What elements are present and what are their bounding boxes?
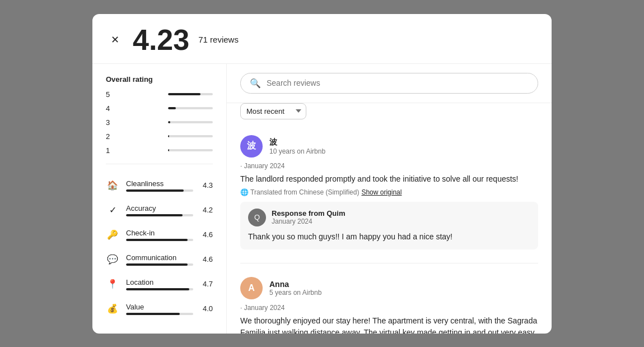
response-block: Q Response from Quim January 2024 Thank … bbox=[240, 202, 538, 249]
review-text: We thoroughly enjoyed our stay here! The… bbox=[240, 315, 538, 334]
reviewer-name: Anna bbox=[269, 280, 321, 289]
rating-bar-fill bbox=[168, 121, 170, 123]
response-avatar: Q bbox=[248, 209, 266, 226]
search-wrap: 🔍 bbox=[227, 64, 552, 103]
category-score: 4.0 bbox=[203, 304, 213, 313]
reviews-modal: ✕ 4.23 71 reviews Overall rating 5 4 3 2 bbox=[92, 14, 552, 334]
category-row: 📍 Location 4.7 bbox=[106, 272, 213, 297]
translation-icon: 🌐 Translated from Chinese (Simplified) bbox=[240, 188, 359, 196]
search-input[interactable] bbox=[267, 78, 529, 87]
rating-bar-fill bbox=[168, 93, 200, 95]
modal-header: ✕ 4.23 71 reviews bbox=[92, 14, 552, 64]
rating-bar-wrap bbox=[168, 93, 213, 95]
category-name: Communication bbox=[126, 253, 196, 262]
category-score: 4.3 bbox=[203, 181, 213, 189]
category-bar-fill bbox=[126, 189, 184, 192]
rating-bar-label: 1 bbox=[106, 146, 164, 155]
category-name: Value bbox=[126, 303, 196, 311]
modal-overlay: ✕ 4.23 71 reviews Overall rating 5 4 3 2 bbox=[0, 0, 644, 347]
rating-bar-fill bbox=[168, 149, 169, 151]
close-button[interactable]: ✕ bbox=[106, 31, 124, 49]
sort-wrap: Most recentMost helpfulHighest ratedLowe… bbox=[227, 103, 552, 126]
reviewer-meta: 5 years on Airbnb bbox=[269, 289, 321, 297]
category-bar-fill bbox=[126, 263, 188, 266]
category-icon: 🏠 bbox=[106, 179, 119, 192]
rating-bar-wrap bbox=[168, 149, 213, 151]
show-original-link[interactable]: Show original bbox=[361, 188, 402, 196]
overall-rating: 4.23 bbox=[133, 25, 189, 54]
modal-body: Overall rating 5 4 3 2 1 🏠 bbox=[92, 64, 552, 334]
category-name: Location bbox=[126, 278, 196, 286]
category-info: Communication bbox=[126, 253, 196, 266]
category-score: 4.6 bbox=[203, 230, 213, 239]
category-score: 4.2 bbox=[203, 206, 213, 214]
rating-bar-label: 4 bbox=[106, 104, 164, 113]
rating-bars: 5 4 3 2 1 bbox=[106, 90, 213, 155]
category-row: 🔑 Check-in 4.6 bbox=[106, 223, 213, 247]
category-bar-wrap bbox=[126, 214, 193, 216]
avatar: 波 bbox=[240, 135, 263, 158]
rating-bar-row: 3 bbox=[106, 118, 213, 127]
category-name: Accuracy bbox=[126, 204, 196, 212]
response-text: Thank you so much guys!! I am happy you … bbox=[248, 231, 530, 243]
category-icon: 🔑 bbox=[106, 228, 119, 242]
reviewer-header: 波 波 10 years on Airbnb bbox=[240, 135, 538, 158]
category-icon: 💬 bbox=[106, 253, 119, 266]
category-row: 💬 Communication 4.6 bbox=[106, 247, 213, 272]
divider bbox=[106, 164, 213, 164]
reviewer-info: 波 10 years on Airbnb bbox=[269, 137, 325, 155]
rating-bar-fill bbox=[168, 135, 169, 137]
sort-select[interactable]: Most recentMost helpfulHighest ratedLowe… bbox=[240, 103, 306, 119]
review-item: 波 波 10 years on Airbnb · January 2024 Th… bbox=[240, 135, 538, 263]
rating-bar-row: 4 bbox=[106, 104, 213, 113]
category-bar-fill bbox=[126, 214, 183, 216]
right-panel: 🔍 Most recentMost helpfulHighest ratedLo… bbox=[227, 64, 552, 334]
rating-bar-label: 2 bbox=[106, 132, 164, 141]
category-icon: 💰 bbox=[106, 302, 119, 316]
search-icon: 🔍 bbox=[250, 78, 261, 89]
categories: 🏠 Cleanliness 4.3 ✓ Accuracy 4.2 🔑 Check… bbox=[106, 173, 213, 321]
review-date: · January 2024 bbox=[240, 162, 538, 170]
category-icon: ✓ bbox=[106, 203, 119, 217]
rating-bar-wrap bbox=[168, 121, 213, 123]
review-date: · January 2024 bbox=[240, 304, 538, 312]
category-info: Value bbox=[126, 303, 196, 315]
category-bar-wrap bbox=[126, 189, 193, 192]
review-item: A Anna 5 years on Airbnb · January 2024 … bbox=[240, 277, 538, 334]
rating-bar-row: 5 bbox=[106, 90, 213, 99]
rating-bar-row: 2 bbox=[106, 132, 213, 141]
category-score: 4.6 bbox=[203, 255, 213, 263]
left-panel: Overall rating 5 4 3 2 1 🏠 bbox=[92, 64, 227, 334]
category-bar-fill bbox=[126, 288, 189, 290]
category-info: Cleanliness bbox=[126, 179, 196, 192]
response-date: January 2024 bbox=[272, 218, 345, 225]
category-icon: 📍 bbox=[106, 277, 119, 291]
rating-bar-wrap bbox=[168, 107, 213, 109]
reviewer-header: A Anna 5 years on Airbnb bbox=[240, 277, 538, 299]
rating-bar-wrap bbox=[168, 135, 213, 137]
response-info: Response from Quim January 2024 bbox=[272, 209, 345, 225]
category-name: Check-in bbox=[126, 229, 196, 237]
reviews-list: 波 波 10 years on Airbnb · January 2024 Th… bbox=[227, 126, 552, 334]
rating-bar-fill bbox=[168, 107, 176, 109]
category-row: 🏠 Cleanliness 4.3 bbox=[106, 173, 213, 198]
translated-note: 🌐 Translated from Chinese (Simplified) S… bbox=[240, 188, 538, 196]
category-bar-fill bbox=[126, 313, 180, 315]
response-name: Response from Quim bbox=[272, 209, 345, 218]
reviewer-info: Anna 5 years on Airbnb bbox=[269, 280, 321, 297]
response-header: Q Response from Quim January 2024 bbox=[248, 209, 530, 226]
rating-bar-label: 3 bbox=[106, 118, 164, 127]
search-box: 🔍 bbox=[240, 73, 538, 94]
category-bar-wrap bbox=[126, 239, 193, 241]
category-row: 💰 Value 4.0 bbox=[106, 297, 213, 321]
category-row: ✓ Accuracy 4.2 bbox=[106, 198, 213, 223]
avatar: A bbox=[240, 277, 263, 299]
category-bar-wrap bbox=[126, 263, 193, 266]
overall-label: Overall rating bbox=[106, 75, 213, 84]
review-text: The landlord responded promptly and took… bbox=[240, 173, 538, 185]
reviewer-meta: 10 years on Airbnb bbox=[269, 147, 325, 155]
category-info: Location bbox=[126, 278, 196, 290]
reviewer-name: 波 bbox=[269, 137, 325, 147]
category-info: Accuracy bbox=[126, 204, 196, 216]
category-score: 4.7 bbox=[203, 280, 213, 288]
